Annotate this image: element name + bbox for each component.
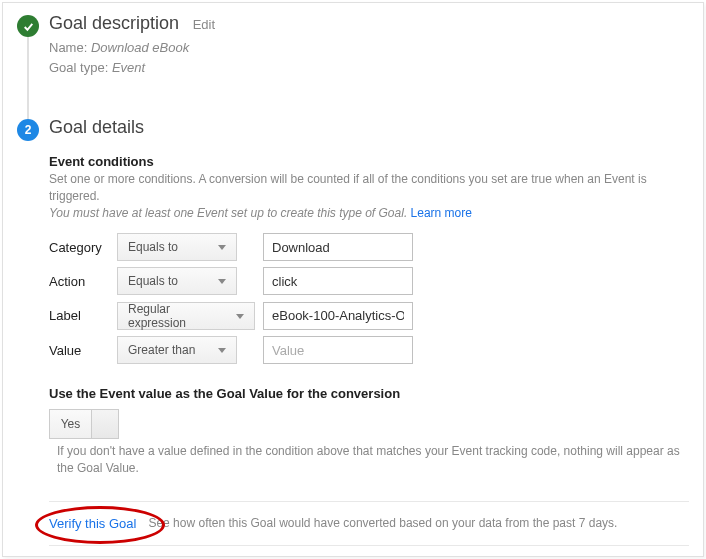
type-value: Event: [112, 60, 145, 75]
toggle-handle: [91, 409, 119, 439]
chevron-down-icon: [236, 314, 244, 319]
learn-more-link[interactable]: Learn more: [411, 206, 472, 220]
use-event-value-toggle[interactable]: Yes: [49, 409, 119, 439]
category-value-input[interactable]: [263, 233, 413, 261]
dropdown-text: Regular expression: [128, 302, 228, 330]
chevron-down-icon: [218, 279, 226, 284]
action-operator-dropdown[interactable]: Equals to: [117, 267, 237, 295]
divider: [49, 501, 689, 502]
verify-goal-link[interactable]: Verify this Goal: [49, 516, 136, 531]
condition-label-category: Category: [49, 240, 117, 255]
chevron-down-icon: [218, 245, 226, 250]
verify-goal-desc: See how often this Goal would have conve…: [148, 516, 617, 530]
value-operator-dropdown[interactable]: Greater than: [117, 336, 237, 364]
goal-name-summary: Name: Download eBook: [49, 38, 689, 58]
goal-type-summary: Goal type: Event: [49, 58, 689, 78]
use-event-value-note: If you don't have a value defined in the…: [57, 443, 689, 477]
step2-number-icon: 2: [17, 119, 39, 141]
event-conditions-help: Set one or more conditions. A conversion…: [49, 171, 689, 221]
condition-label-action: Action: [49, 274, 117, 289]
condition-label-value: Value: [49, 343, 117, 358]
category-operator-dropdown[interactable]: Equals to: [117, 233, 237, 261]
use-event-value-heading: Use the Event value as the Goal Value fo…: [49, 386, 689, 401]
value-value-input[interactable]: [263, 336, 413, 364]
label-value-input[interactable]: [263, 302, 413, 330]
divider: [49, 545, 689, 546]
step2-title: Goal details: [49, 117, 144, 138]
help-line2: You must have at least one Event set up …: [49, 206, 411, 220]
condition-label-label: Label: [49, 308, 117, 323]
dropdown-text: Equals to: [128, 274, 178, 288]
step1-title: Goal description: [49, 13, 179, 34]
action-value-input[interactable]: [263, 267, 413, 295]
help-line1: Set one or more conditions. A conversion…: [49, 172, 647, 203]
type-label: Goal type:: [49, 60, 112, 75]
name-value: Download eBook: [91, 40, 189, 55]
name-label: Name:: [49, 40, 91, 55]
event-conditions-heading: Event conditions: [49, 154, 689, 169]
edit-link[interactable]: Edit: [193, 17, 215, 32]
dropdown-text: Equals to: [128, 240, 178, 254]
step1-done-icon: [17, 15, 39, 37]
chevron-down-icon: [218, 348, 226, 353]
toggle-yes: Yes: [49, 409, 91, 439]
label-operator-dropdown[interactable]: Regular expression: [117, 302, 255, 330]
dropdown-text: Greater than: [128, 343, 195, 357]
step-connector: [27, 37, 29, 125]
